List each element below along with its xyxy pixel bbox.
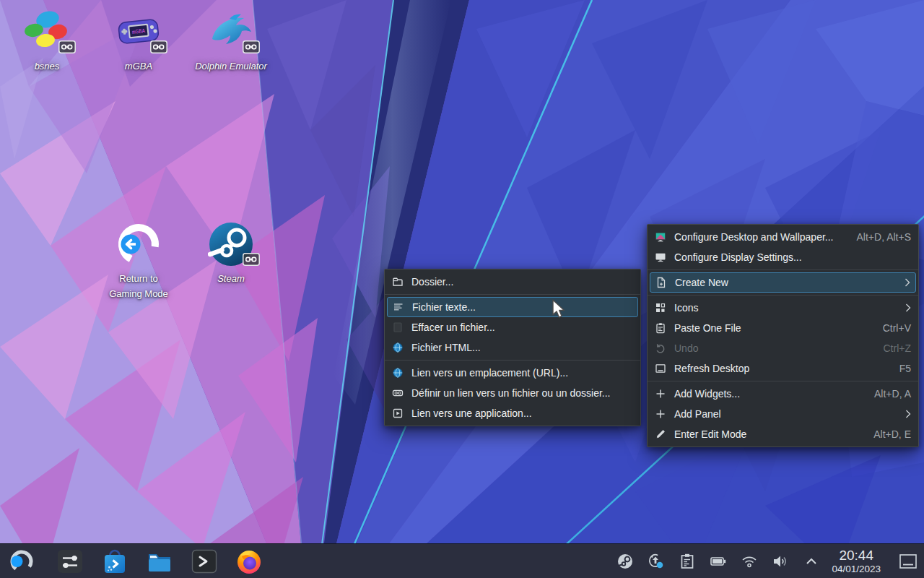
konsole-terminal-icon: [190, 547, 219, 576]
menu-item-effacer-un-fichier[interactable]: Effacer un fichier...: [385, 317, 640, 337]
symlink-emblem-icon: [243, 40, 260, 56]
shortcut-label: F5: [899, 363, 911, 374]
globe-icon: [392, 342, 404, 353]
link-chain-icon: [392, 387, 404, 399]
desktop-icon-return-to-gaming-mode[interactable]: Return to Gaming Mode: [95, 221, 182, 302]
desktop-icon-label: mGBA: [102, 59, 175, 74]
volume-speaker-icon[interactable]: [772, 553, 789, 570]
document-new-icon: [655, 277, 667, 288]
menu-item-configure-display-settings[interactable]: Configure Display Settings...: [648, 247, 918, 267]
bsnes-logo-icon: [24, 9, 70, 55]
menu-item-configure-desktop-wallpaper[interactable]: Configure Desktop and Wallpaper... Alt+D…: [648, 227, 918, 247]
submenu-arrow-icon: [905, 303, 911, 312]
system-settings-button[interactable]: [54, 545, 86, 577]
menu-separator: [385, 360, 640, 361]
symlink-emblem-icon: [243, 253, 260, 269]
plus-icon: [655, 408, 666, 420]
file-manager-button[interactable]: [144, 545, 175, 577]
symlink-emblem-icon: [150, 40, 167, 56]
application-launcher-button[interactable]: [6, 545, 38, 577]
svg-text:mGBA: mGBA: [131, 27, 145, 35]
firefox-browser-icon: [235, 547, 263, 576]
text-file-lines-icon: [393, 301, 404, 313]
shortcut-label: Alt+D, Alt+S: [857, 231, 911, 243]
submenu-arrow-icon: [905, 278, 910, 287]
digital-clock[interactable]: 20:44 04/01/2023: [832, 548, 881, 574]
menu-item-fichier-html[interactable]: Fichier HTML...: [385, 337, 640, 358]
menu-item-dossier[interactable]: Dossier...: [385, 272, 640, 292]
clipboard-tray-icon[interactable]: [679, 553, 696, 570]
desktop-icon-bsnes[interactable]: bsnes: [4, 9, 90, 74]
dolphin-emulator-logo-icon: [208, 9, 254, 55]
pencil-edit-icon: [655, 428, 666, 440]
taskbar: 20:44 04/01/2023: [0, 543, 924, 578]
icons-grid-icon: [655, 302, 666, 314]
desktop-icon-label: Dolphin Emulator: [194, 59, 268, 74]
show-desktop-button[interactable]: [898, 551, 918, 572]
clock-time: 20:44: [832, 548, 881, 563]
wifi-signal-icon[interactable]: [741, 553, 758, 570]
menu-separator: [648, 295, 918, 296]
menu-item-create-new[interactable]: Create New: [650, 272, 916, 293]
desktop-icon-label: Return to Gaming Mode: [102, 272, 175, 302]
desktop-icon-steam[interactable]: Steam: [188, 221, 274, 287]
undo-arrow-icon: [655, 342, 666, 354]
firefox-browser-button[interactable]: [233, 545, 265, 577]
file-manager-folder-icon: [145, 547, 174, 576]
clock-date: 04/01/2023: [832, 564, 881, 574]
menu-item-enter-edit-mode[interactable]: Enter Edit Mode Alt+D, E: [648, 424, 918, 444]
battery-full-icon[interactable]: [710, 553, 727, 570]
desktop-icon-dolphin-emulator[interactable]: Dolphin Emulator: [188, 9, 274, 74]
globe-icon: [392, 367, 404, 379]
submenu-arrow-icon: [905, 410, 911, 418]
menu-separator: [385, 294, 640, 295]
expand-tray-chevron-icon[interactable]: [803, 553, 820, 570]
blank-file-icon: [392, 322, 404, 333]
menu-item-refresh-desktop[interactable]: Refresh Desktop F5: [648, 358, 918, 379]
refresh-desktop-icon: [655, 363, 666, 374]
folder-icon: [392, 276, 404, 288]
menu-item-definir-lien-fichier[interactable]: Définir un lien vers un fichier ou un do…: [385, 383, 640, 403]
shortcut-label: Ctrl+V: [883, 322, 911, 334]
menu-separator: [648, 381, 918, 381]
steam-tray-icon[interactable]: [616, 553, 634, 570]
desktop-icon-mgba[interactable]: mGBA mGBA: [95, 9, 182, 74]
shortcut-label: Alt+D, A: [874, 388, 911, 400]
system-settings-sliders-icon: [56, 547, 84, 576]
software-updates-icon[interactable]: [648, 553, 665, 570]
symlink-emblem-icon: [58, 40, 76, 56]
discover-store-button[interactable]: [99, 545, 131, 577]
shortcut-label: Ctrl+Z: [884, 342, 912, 354]
desktop-icon-label: bsnes: [10, 59, 84, 74]
menu-item-paste-one-file[interactable]: Paste One File Ctrl+V: [648, 318, 918, 338]
system-tray: [616, 553, 820, 570]
menu-item-lien-url[interactable]: Lien vers un emplacement (URL)...: [385, 363, 640, 383]
discover-store-icon: [100, 547, 129, 576]
menu-item-add-panel[interactable]: Add Panel: [648, 404, 918, 424]
menu-item-fichier-texte[interactable]: Fichier texte...: [387, 297, 638, 317]
wallpaper-settings-icon: [655, 231, 666, 243]
plus-icon: [655, 388, 666, 400]
menu-item-add-widgets[interactable]: Add Widgets... Alt+D, A: [648, 384, 918, 404]
menu-item-undo: Undo Ctrl+Z: [648, 338, 918, 358]
konsole-terminal-button[interactable]: [188, 545, 220, 577]
menu-separator: [648, 269, 918, 270]
show-desktop-icon: [899, 554, 917, 569]
create-new-submenu: Dossier... Fichier texte... Effacer un f…: [384, 269, 641, 426]
clipboard-paste-icon: [655, 322, 666, 334]
application-link-icon: [392, 407, 404, 419]
mgba-gameboy-icon: mGBA: [116, 9, 162, 55]
desktop-root: bsnes mGBA mGBA: [0, 0, 924, 578]
menu-item-lien-application[interactable]: Lien vers une application...: [385, 403, 640, 423]
desktop-icon-label: Steam: [194, 272, 268, 287]
menu-item-icons[interactable]: Icons: [648, 298, 918, 318]
application-launcher-icon: [7, 547, 36, 576]
desktop-context-menu: Configure Desktop and Wallpaper... Alt+D…: [647, 224, 919, 447]
shortcut-label: Alt+D, E: [873, 428, 911, 440]
display-settings-icon: [655, 251, 666, 263]
steam-logo-icon: [208, 221, 254, 267]
steamdeck-return-arrow-icon: [116, 221, 162, 267]
